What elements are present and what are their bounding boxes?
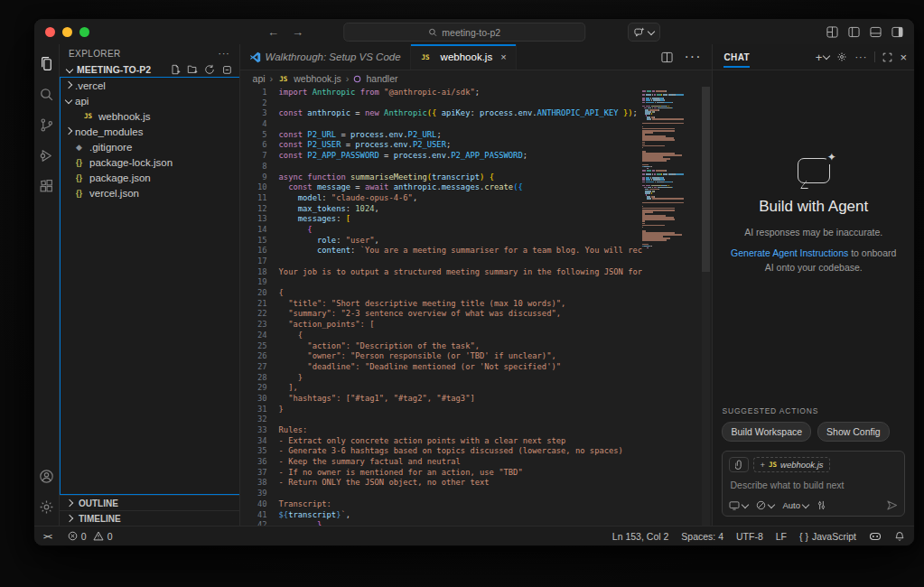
notifications-bell-button[interactable] xyxy=(894,531,905,542)
outline-section[interactable]: OUTLINE xyxy=(60,495,239,510)
code-line[interactable]: 41${transcript}`, xyxy=(240,510,643,521)
code-line[interactable]: 6const P2_USER = process.env.P2_USER; xyxy=(240,140,643,151)
tree-item-api[interactable]: api xyxy=(61,93,239,108)
code-line[interactable]: 9async function summariseMeeting(transcr… xyxy=(240,172,643,183)
remote-indicator[interactable]: >< xyxy=(43,532,51,541)
code-line[interactable]: 3const anthropic = new Anthropic({ apiKe… xyxy=(240,108,643,119)
breadcrumb-file[interactable]: webhook.js xyxy=(294,73,341,84)
code-line[interactable]: 22 "summary": "2-3 sentence overview of … xyxy=(240,309,643,320)
extensions-icon[interactable] xyxy=(34,171,60,201)
tree-item-package.json[interactable]: {}package.json xyxy=(61,170,239,185)
code-line[interactable]: 29 ], xyxy=(240,383,643,394)
history-forward-button[interactable]: → xyxy=(292,25,303,39)
code-line[interactable]: 21 "title": "Short descriptive meeting t… xyxy=(240,299,643,310)
code-line[interactable]: 13 messages: [ xyxy=(240,214,643,225)
tab-walkthrough[interactable]: Walkthrough: Setup VS Code xyxy=(240,44,411,70)
code-line[interactable]: 31} xyxy=(240,405,643,415)
code-line[interactable]: 33Rules: xyxy=(240,425,643,436)
breadcrumb-symbol[interactable]: handler xyxy=(366,73,397,84)
code-line[interactable]: 30 "hashtags": ["#tag1", "#tag2", "#tag3… xyxy=(240,394,643,405)
collapse-all-icon[interactable] xyxy=(221,64,232,75)
code-line[interactable]: 5const P2_URL = process.env.P2_URL; xyxy=(240,130,643,141)
breadcrumb-folder[interactable]: api xyxy=(253,73,266,84)
minimap[interactable] xyxy=(642,90,684,526)
settings-gear-icon[interactable] xyxy=(34,491,60,522)
encoding-setting[interactable]: UTF-8 xyxy=(736,531,763,542)
code-line[interactable]: 27 "deadline": "Deadline mentioned (or '… xyxy=(240,362,643,373)
code-line[interactable]: 28 } xyxy=(240,373,643,384)
timeline-section[interactable]: TIMELINE xyxy=(60,510,239,526)
eol-setting[interactable]: LF xyxy=(776,531,787,542)
code-line[interactable]: 16 content: `You are a meeting summarise… xyxy=(240,246,643,256)
attach-context-button[interactable] xyxy=(729,457,749,472)
cursor-position[interactable]: Ln 153, Col 2 xyxy=(612,531,668,542)
language-mode[interactable]: { } JavaScript xyxy=(799,531,856,542)
tree-item-vercel.json[interactable]: {}vercel.json xyxy=(61,185,239,200)
code-line[interactable]: 23 "action_points": [ xyxy=(240,320,643,331)
tree-item-.vercel[interactable]: .vercel xyxy=(61,78,239,93)
close-window-button[interactable] xyxy=(45,27,55,37)
code-line[interactable]: 37- If no owner is mentioned for an acti… xyxy=(240,468,643,479)
new-folder-icon[interactable] xyxy=(187,64,198,75)
explorer-icon[interactable] xyxy=(34,48,60,79)
code-line[interactable]: 11 model: "claude-opus-4-6", xyxy=(240,193,643,204)
folder-section-header[interactable]: MEETING-TO-P2 xyxy=(60,62,239,77)
accounts-icon[interactable] xyxy=(34,461,60,491)
code-line[interactable]: 1import Anthropic from "@anthropic-ai/sd… xyxy=(240,88,643,98)
code-line[interactable]: 26 "owner": "Person responsible (or 'TBD… xyxy=(240,351,643,362)
split-editor-icon[interactable] xyxy=(661,51,673,63)
code-line[interactable]: 36- Keep the summary factual and neutral xyxy=(240,457,643,468)
tools-selector[interactable] xyxy=(756,500,774,510)
scrollbar-thumb[interactable] xyxy=(702,87,710,272)
maximize-window-button[interactable] xyxy=(79,27,89,37)
code-line[interactable]: 2 xyxy=(240,98,643,109)
context-file-chip[interactable]: + JS webhook.js xyxy=(753,457,829,472)
editor-more-actions-icon[interactable]: ··· xyxy=(684,49,701,65)
chat-input-box[interactable]: + JS webhook.js Describe what to build n… xyxy=(722,451,905,517)
explorer-more-actions-icon[interactable]: ··· xyxy=(219,49,230,59)
close-tab-icon[interactable]: × xyxy=(500,51,506,62)
code-line[interactable]: 34- Extract only concrete action points … xyxy=(240,436,643,447)
minimize-window-button[interactable] xyxy=(62,27,72,37)
code-line[interactable]: 19 xyxy=(240,277,643,288)
show-config-button[interactable]: Show Config xyxy=(817,422,890,442)
code-line[interactable]: 14 { xyxy=(240,225,643,236)
code-line[interactable]: 17 xyxy=(240,256,643,267)
code-line[interactable]: 40Transcript: xyxy=(240,499,643,510)
file-tree[interactable]: .vercelapiJSwebhook.jsnode_modules◆.giti… xyxy=(60,77,239,495)
code-line[interactable]: 8 xyxy=(240,162,643,172)
indentation-setting[interactable]: Spaces: 4 xyxy=(681,531,723,542)
build-workspace-button[interactable]: Build Workspace xyxy=(722,422,811,442)
code-area[interactable]: 1import Anthropic from "@anthropic-ai/sd… xyxy=(240,88,643,526)
refresh-icon[interactable] xyxy=(204,64,215,75)
code-line[interactable]: 15 role: "user", xyxy=(240,236,643,247)
run-debug-icon[interactable] xyxy=(34,140,60,171)
chat-tab[interactable]: CHAT xyxy=(723,52,750,68)
search-sidebar-icon[interactable] xyxy=(34,79,60,109)
mode-selector[interactable] xyxy=(729,501,748,510)
source-control-icon[interactable] xyxy=(34,109,60,140)
code-line[interactable]: 12 max_tokens: 1024, xyxy=(240,204,643,215)
model-picker[interactable]: Auto xyxy=(782,500,808,510)
code-line[interactable]: 39 xyxy=(240,489,643,499)
code-line[interactable]: 24 { xyxy=(240,331,643,341)
problems-indicator[interactable]: 0 0 xyxy=(68,531,113,542)
code-line[interactable]: 32 xyxy=(240,415,643,425)
code-line[interactable]: 25 "action": "Description of the task", xyxy=(240,341,643,352)
code-line[interactable]: 4 xyxy=(240,119,643,130)
code-line[interactable]: 35- Generate 3-6 hashtags based on topic… xyxy=(240,446,643,457)
copilot-status-button[interactable] xyxy=(869,531,882,542)
copilot-menu-button[interactable] xyxy=(628,23,660,42)
tree-item-node_modules[interactable]: node_modules xyxy=(61,124,239,139)
code-line[interactable]: 7const P2_APP_PASSWORD = process.env.P2_… xyxy=(240,151,643,162)
code-line[interactable]: 20{ xyxy=(240,288,643,299)
new-file-icon[interactable] xyxy=(170,64,181,75)
code-editor[interactable]: 1import Anthropic from "@anthropic-ai/sd… xyxy=(240,87,713,526)
chat-input-placeholder[interactable]: Describe what to build next xyxy=(730,480,897,490)
history-back-button[interactable]: ← xyxy=(267,25,279,39)
generate-instructions-link[interactable]: Generate Agent Instructions xyxy=(731,247,848,258)
tab-webhook-js[interactable]: JS webhook.js × xyxy=(411,44,517,70)
tree-item-.gitignore[interactable]: ◆.gitignore xyxy=(61,139,239,154)
editor-scrollbar[interactable] xyxy=(702,87,710,526)
code-line[interactable]: 18Your job is to output a structured mee… xyxy=(240,267,643,278)
